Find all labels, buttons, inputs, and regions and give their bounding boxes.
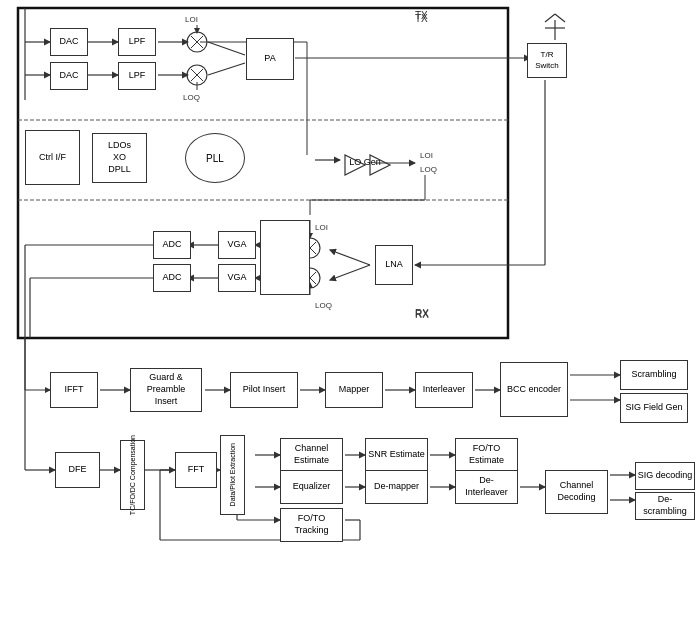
bcc-encoder-block: BCC encoder [500,362,568,417]
equalizer-block: Equalizer [280,470,343,504]
adc2-block: ADC [153,264,191,292]
svg-line-92 [545,14,555,22]
svg-line-79 [191,69,203,81]
svg-line-8 [208,63,245,75]
channel-decoding-block: Channel Decoding [545,470,608,514]
svg-line-78 [191,69,203,81]
sig-field-gen-block: SIG Field Gen [620,393,688,423]
vga1-block: VGA [218,231,256,259]
lpf1-block: LPF [118,28,156,56]
pll-block: PLL [185,133,245,183]
lpf2-block: LPF [118,62,156,90]
svg-text:LOQ: LOQ [420,165,437,174]
svg-line-5 [208,42,245,55]
scrambling-block: Scrambling [620,360,688,390]
snr-est-block: SNR Estimate [365,438,428,472]
ctrl-if-block: Ctrl I/F [25,130,80,185]
vga2-block: VGA [218,264,256,292]
tc-fo-dc-block: TC/FO/DC Compensation [120,440,145,510]
fo-to-est-block: FO/TO Estimate [455,438,518,472]
rx-label: RX [415,308,429,319]
pilot-insert-block: Pilot Insert [230,372,298,408]
mapper-block: Mapper [325,372,383,408]
pa-block: PA [246,38,294,80]
svg-line-76 [191,36,203,48]
svg-text:LOQ: LOQ [183,93,200,102]
demapper-block: De-mapper [365,470,428,504]
svg-text:LOI: LOI [315,223,328,232]
adc1-block: ADC [153,231,191,259]
tr-switch-block: T/R Switch [527,43,567,78]
sig-decoding-block: SIG decoding [635,462,695,490]
dfe-block: DFE [55,452,100,488]
dac1-block: DAC [50,28,88,56]
arrows-svg: TX RX LOI LOQ [0,0,700,622]
svg-point-74 [187,32,207,52]
svg-line-93 [555,14,565,22]
svg-point-77 [187,65,207,85]
diagram: TX RX LOI LOQ [0,0,700,622]
fft-block: FFT [175,452,217,488]
svg-line-19 [330,265,370,280]
channel-est-block: Channel Estimate [280,438,343,472]
ifft-block: IFFT [50,372,98,408]
deinterleaver-block: De- Interleaver [455,470,518,504]
svg-text:LOQ: LOQ [315,301,332,310]
fo-to-tracking-block: FO/TO Tracking [280,508,343,542]
descrambling-block: De- scrambling [635,492,695,520]
tx-label: TX [415,10,428,21]
svg-text:LOI: LOI [185,15,198,24]
interleaver-block: Interleaver [415,372,473,408]
svg-line-18 [330,250,370,265]
dac2-block: DAC [50,62,88,90]
svg-text:LOI: LOI [420,151,433,160]
svg-line-75 [191,36,203,48]
guard-preamble-block: Guard & Preamble Insert [130,368,202,412]
lo-gen-label: LO Gen [340,148,390,178]
lna-block: LNA [375,245,413,285]
ldos-block: LDOs XO DPLL [92,133,147,183]
band-filter-block [260,220,310,295]
data-pilot-block: Data/Pilot Extraction [220,435,245,515]
